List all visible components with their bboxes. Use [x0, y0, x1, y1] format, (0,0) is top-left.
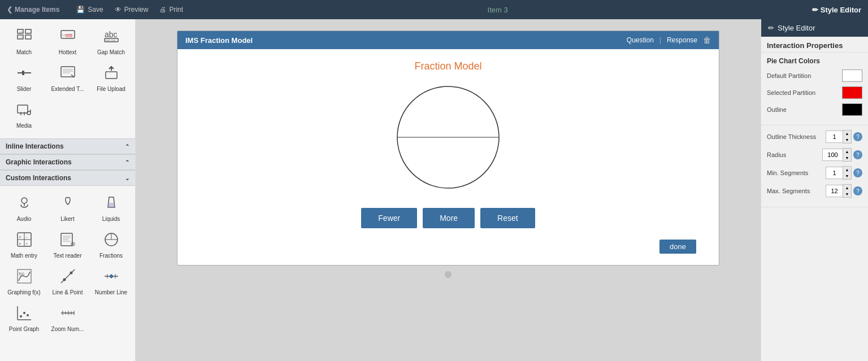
- sidebar-item-fractions[interactable]: Fractions: [89, 227, 133, 264]
- radius-down[interactable]: ▼: [843, 155, 851, 161]
- graphic-chevron-icon: ⌃: [125, 159, 129, 166]
- default-partition-label: Default Partition: [767, 72, 811, 79]
- inline-interactions-header[interactable]: Inline Interactions ⌃: [0, 138, 135, 154]
- svg-point-56: [20, 315, 22, 317]
- sidebar-item-zoom-num[interactable]: Zoom Num...: [46, 301, 89, 337]
- svg-text:12: 12: [19, 36, 23, 40]
- sidebar-item-gap-match[interactable]: abc text cap Gap Match: [89, 24, 133, 60]
- min-segments-spinner: ▲ ▼: [826, 166, 852, 180]
- radius-up[interactable]: ▲: [843, 149, 851, 155]
- outline-thickness-input[interactable]: [826, 131, 843, 143]
- save-icon: 💾: [76, 6, 85, 14]
- min-segments-help[interactable]: ?: [853, 168, 862, 177]
- sidebar-item-point-graph[interactable]: Point Graph: [2, 301, 46, 337]
- svg-point-57: [23, 312, 25, 314]
- sidebar-item-graphing-fx[interactable]: f(x) Graphing f(x): [2, 264, 46, 301]
- sidebar-item-liquids[interactable]: Liquids: [89, 190, 133, 227]
- response-tab[interactable]: Response: [667, 36, 697, 44]
- interaction-card: IMS Fraction Model Question | Response 🗑…: [177, 31, 719, 266]
- sidebar-item-file-upload[interactable]: File Upload: [89, 60, 133, 97]
- sidebar-item-point-graph-label: Point Graph: [9, 326, 39, 333]
- sidebar-item-likert[interactable]: Likert: [46, 190, 89, 227]
- reset-button[interactable]: Reset: [480, 208, 535, 228]
- outline-label: Outline: [767, 106, 787, 113]
- selected-partition-color[interactable]: [842, 86, 862, 99]
- custom-chevron-icon: ⌄: [125, 175, 129, 181]
- sidebar-item-graphing-fx-label: Graphing f(x): [7, 289, 40, 296]
- default-partition-color[interactable]: [842, 69, 862, 82]
- svg-text:-: -: [26, 234, 28, 240]
- max-segments-up[interactable]: ▲: [843, 185, 851, 191]
- done-button[interactable]: done: [659, 240, 696, 254]
- outline-thickness-up[interactable]: ▲: [843, 131, 851, 137]
- match-icon: ab 12: [16, 28, 32, 47]
- point-graph-icon: [16, 305, 32, 324]
- max-segments-spinner: ▲ ▼: [826, 184, 852, 198]
- print-button[interactable]: 🖨 Print: [159, 6, 183, 14]
- fewer-button[interactable]: Fewer: [361, 208, 417, 228]
- svg-text:÷: ÷: [25, 241, 28, 246]
- svg-rect-29: [108, 203, 114, 207]
- graphic-interactions-header[interactable]: Graphic Interactions ⌃: [0, 154, 135, 170]
- save-button[interactable]: 💾 Save: [76, 6, 103, 14]
- line-point-icon: [60, 268, 76, 288]
- sidebar-item-file-upload-label: File Upload: [97, 86, 125, 93]
- svg-rect-3: [25, 35, 31, 39]
- sidebar-item-audio[interactable]: Audio: [2, 190, 46, 227]
- sidebar-item-media[interactable]: Media: [2, 97, 46, 134]
- hottext-icon: Lorem Hot: [60, 28, 76, 47]
- style-editor-button[interactable]: ✏ Style Editor: [812, 6, 861, 14]
- audio-icon: [16, 195, 32, 214]
- sidebar: ab 12 Match Lorem Hot Hottext: [0, 19, 136, 361]
- svg-rect-14: [22, 71, 24, 75]
- question-tab[interactable]: Question: [627, 36, 654, 44]
- sidebar-item-match[interactable]: ab 12 Match: [2, 24, 46, 60]
- text-reader-icon: [60, 232, 76, 251]
- sidebar-item-text-reader[interactable]: Text reader: [46, 227, 89, 264]
- max-segments-help[interactable]: ?: [853, 186, 862, 195]
- outline-thickness-help[interactable]: ?: [853, 132, 862, 141]
- max-segments-label: Max. Segments: [767, 188, 810, 194]
- custom-interactions-header[interactable]: Custom Interactions ⌄: [0, 170, 135, 186]
- svg-rect-2: [25, 29, 31, 33]
- liquids-icon: [103, 195, 119, 214]
- outline-thickness-row: Outline Thickness ▲ ▼ ?: [767, 130, 862, 143]
- outline-color[interactable]: [842, 103, 862, 116]
- svg-text:+: +: [19, 234, 21, 240]
- sidebar-item-math-entry-label: Math entry: [11, 253, 37, 259]
- sidebar-item-hottext[interactable]: Lorem Hot Hottext: [46, 24, 89, 60]
- drag-handle[interactable]: [445, 271, 452, 278]
- sidebar-item-hottext-label: Hottext: [59, 49, 77, 56]
- min-segments-input[interactable]: [826, 167, 843, 179]
- numeric-props-section: Outline Thickness ▲ ▼ ? Radius: [761, 125, 868, 207]
- outline-thickness-down[interactable]: ▼: [843, 137, 851, 143]
- sidebar-item-line-point[interactable]: Line & Point: [46, 264, 89, 301]
- card-delete-button[interactable]: 🗑: [703, 36, 711, 45]
- sidebar-item-extended-text[interactable]: Extended T...: [46, 60, 89, 97]
- fraction-circle: [394, 84, 502, 191]
- selected-partition-row: Selected Partition: [767, 86, 862, 99]
- radius-input[interactable]: [822, 149, 843, 161]
- outline-thickness-label: Outline Thickness: [767, 133, 816, 140]
- min-segments-down[interactable]: ▼: [843, 173, 851, 179]
- min-segments-row: Min. Segments ▲ ▼ ?: [767, 166, 862, 180]
- svg-point-58: [27, 314, 29, 316]
- min-segments-up[interactable]: ▲: [843, 167, 851, 173]
- radius-help[interactable]: ?: [853, 150, 862, 159]
- sidebar-item-number-line[interactable]: Number Line: [89, 264, 133, 301]
- sidebar-item-slider-label: Slider: [17, 86, 32, 93]
- pen-icon: ✏: [812, 6, 818, 14]
- selected-partition-label: Selected Partition: [767, 89, 815, 96]
- sidebar-item-slider[interactable]: Slider: [2, 60, 46, 97]
- preview-button[interactable]: 👁 Preview: [115, 6, 149, 14]
- sidebar-item-math-entry[interactable]: + - ÷ × Math entry: [2, 227, 46, 264]
- svg-text:ab: ab: [19, 31, 23, 34]
- sidebar-item-zoom-num-label: Zoom Num...: [51, 326, 84, 333]
- chevron-left-icon: ❮: [7, 6, 12, 14]
- max-segments-input[interactable]: [826, 185, 843, 197]
- more-button[interactable]: More: [423, 208, 475, 228]
- max-segments-down[interactable]: ▼: [843, 191, 851, 197]
- sidebar-item-text-reader-label: Text reader: [53, 253, 81, 259]
- file-upload-icon: [103, 65, 119, 84]
- manage-items-btn[interactable]: ❮ Manage Items: [7, 6, 59, 14]
